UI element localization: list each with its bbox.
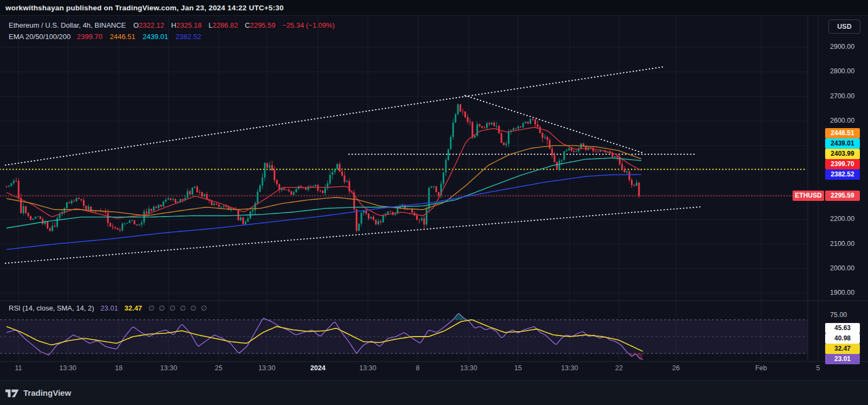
- close-label: C: [245, 21, 250, 29]
- low-label: L: [208, 21, 212, 29]
- time-axis-label: 13:30: [551, 364, 589, 372]
- rsi-empty-value: ∅: [159, 304, 165, 312]
- footer-bar: TradingView: [0, 380, 868, 405]
- price-axis-tick: 2100.00: [830, 240, 865, 248]
- price-axis-tick: 2900.00: [830, 43, 865, 50]
- ema20-value: 2399.70: [77, 33, 103, 41]
- time-axis-label: 11: [0, 364, 37, 372]
- rsi-line-label: 40.98: [825, 333, 860, 344]
- time-axis-label: 15: [499, 364, 537, 372]
- rsi-legend-row: RSI (14, close, SMA, 14, 2) 23.01 32.47 …: [9, 304, 213, 312]
- rsi-empty-value: ∅: [148, 304, 154, 312]
- time-axis-label: 18: [100, 364, 138, 372]
- ema-legend-title[interactable]: EMA 20/50/100/200: [9, 33, 71, 41]
- time-axis-label: 8: [399, 364, 437, 372]
- rsi-empty-value: ∅: [201, 304, 207, 312]
- currency-toggle-button[interactable]: USD: [828, 20, 860, 34]
- symbol-price-label-name: ETHUSD: [793, 191, 824, 201]
- high-value: 2325.18: [176, 21, 202, 29]
- tradingview-chart-screenshot: workwithshayan published on TradingView.…: [0, 0, 868, 405]
- price-line-label: 2446.51: [825, 128, 860, 138]
- ema100-value: 2439.01: [143, 33, 168, 41]
- ema200-value: 2382.52: [176, 33, 201, 41]
- rsi-empty-value: ∅: [180, 304, 186, 312]
- symbol-title[interactable]: Ethereum / U.S. Dollar, 4h, BINANCE: [9, 21, 126, 29]
- high-label: H: [171, 21, 176, 29]
- price-axis-tick: 2700.00: [830, 92, 865, 100]
- price-axis-tick: 2800.00: [830, 67, 865, 75]
- price-axis-tick: 1900.00: [830, 289, 865, 296]
- time-axis-label: Feb: [742, 364, 780, 372]
- price-line-label: 2382.52: [825, 169, 860, 180]
- price-axis-tick: 2600.00: [830, 117, 865, 124]
- publish-header: workwithshayan published on TradingView.…: [5, 4, 284, 12]
- price-line-label: 2399.70: [825, 159, 860, 169]
- time-axis-label: 5: [799, 364, 837, 372]
- change-value: −25.34 (−1.09%): [282, 21, 335, 29]
- rsi-empty-value: ∅: [190, 304, 196, 312]
- rsi-empty-value: ∅: [169, 304, 175, 312]
- price-axis-tick: 2200.00: [830, 215, 865, 223]
- tradingview-logo-icon[interactable]: [5, 388, 20, 397]
- tradingview-brand[interactable]: TradingView: [23, 388, 71, 397]
- open-label: O: [133, 21, 139, 29]
- ema50-value: 2446.51: [110, 33, 135, 41]
- low-value: 2286.82: [213, 21, 238, 29]
- symbol-legend-row: Ethereum / U.S. Dollar, 4h, BINANCE O232…: [9, 21, 337, 29]
- rsi-line-label: 45.63: [825, 323, 860, 333]
- rsi-empty-values: ∅∅∅∅∅∅: [148, 304, 211, 312]
- rsi-legend-title[interactable]: RSI (14, close, SMA, 14, 2): [9, 304, 94, 312]
- symbol-price-label-value: 2295.59: [825, 191, 860, 201]
- chart-canvas[interactable]: [0, 16, 868, 381]
- rsi-line-label: 32.47: [825, 344, 860, 354]
- time-axis-label: 13:30: [248, 364, 286, 372]
- price-axis-tick: 2000.00: [830, 264, 865, 272]
- price-line-label: 2439.01: [825, 138, 860, 149]
- close-value: 2295.59: [250, 21, 276, 29]
- time-axis-label: 25: [200, 364, 238, 372]
- open-value: 2322.12: [139, 21, 164, 29]
- rsi-axis-tick: 75.00: [830, 311, 865, 319]
- time-axis-label: 22: [600, 364, 638, 372]
- price-line-label: 2403.99: [825, 149, 860, 159]
- ema-legend-row: EMA 20/50/100/200 2399.70 2446.51 2439.0…: [9, 33, 203, 41]
- time-axis-label: 13:30: [150, 364, 188, 372]
- time-axis-label: 13:30: [450, 364, 488, 372]
- time-axis-label: 2024: [299, 364, 337, 372]
- chart-widget: Ethereum / U.S. Dollar, 4h, BINANCE O232…: [0, 15, 868, 380]
- rsi-line-label: 23.01: [825, 354, 860, 364]
- rsi-sma-value: 32.47: [124, 304, 142, 312]
- time-axis-label: 26: [657, 364, 695, 372]
- time-axis-label: 13:30: [349, 364, 387, 372]
- time-axis-label: 13:30: [49, 364, 87, 372]
- rsi-value: 23.01: [100, 304, 118, 312]
